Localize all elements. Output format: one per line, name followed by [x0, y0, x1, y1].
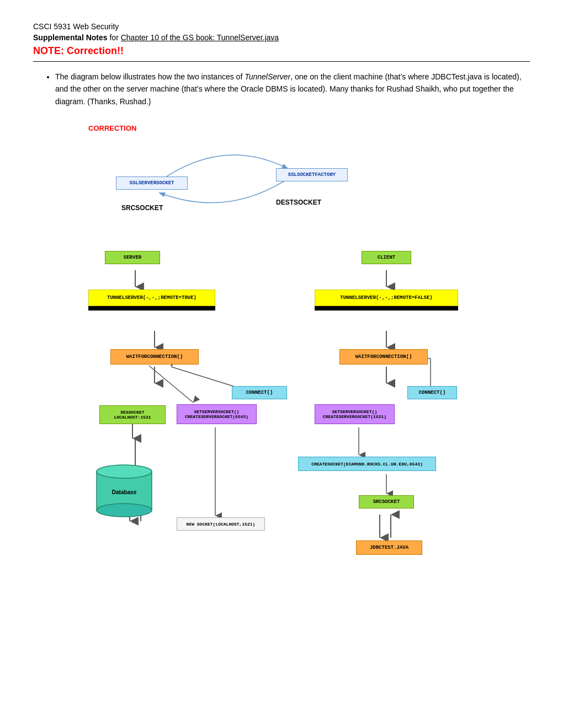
course-title: CSCI 5931 Web Security: [33, 22, 530, 31]
divider: [33, 61, 530, 62]
note-correction-header: NOTE: Correction!!: [33, 45, 530, 57]
srcsocket-box: SRCSOCKET: [359, 495, 414, 508]
tunnelserver-left-bar: [88, 306, 215, 311]
server-box: SERVER: [105, 251, 160, 264]
jdbctest-box: JDBCTEST.JAVA: [356, 540, 422, 555]
correction-label: CORRECTION: [88, 124, 136, 132]
main-diagram: SERVER CLIENT TUNNELSERVER(-,-,;REMOTE=T…: [44, 245, 519, 698]
supp-notes-label: Supplemental Notes: [33, 33, 108, 42]
sslsocketfactory-box: SSLSOCKETFACTORY: [276, 168, 348, 181]
dessocket-box: DESSOCKET LOCALHOST:1521: [99, 405, 166, 424]
connect-right-box: CONNECT(): [407, 386, 457, 399]
waitforconn-right-box: WAITFORCONNECTION(): [339, 349, 428, 365]
bullet-text-1: The diagram below illustrates how the tw…: [55, 72, 245, 81]
connect-mid-box: CONNECT(): [232, 386, 287, 399]
waitforconn-left-box: WAITFORCONNECTION(): [110, 349, 199, 365]
diagram-container: CORRECTION SSLSERVERSOCKET SSLSOCKETFACT…: [44, 119, 519, 698]
tunnelserver-right-bar: [315, 306, 458, 311]
tunnelserver-left-box: TUNNELSERVER(-,-,;REMOTE=TRUE): [88, 290, 215, 306]
bullet-item: The diagram below illustrates how the tw…: [55, 71, 530, 108]
database-label: Database: [91, 489, 157, 495]
svg-point-20: [97, 465, 152, 478]
database-cylinder: Database: [91, 461, 157, 523]
supp-notes-link[interactable]: Chapter 10 of the GS book: TunnelServer.…: [121, 33, 279, 42]
getserversocket-left-box: GETSERVERSOCKET() CREATESERVERSOCKET(654…: [177, 404, 257, 424]
new-socket-box: NEW SOCKET(LOCALHOST,1521): [177, 517, 265, 531]
getserversocket-right-box: GETSERVERSOCKET() CREATESERVERSOCKET(152…: [315, 404, 395, 424]
tunnelserver-right-box: TUNNELSERVER(-,-,;REMOTE=FALSE): [315, 290, 458, 306]
destsocket-label: DESTSOCKET: [276, 199, 321, 206]
srcsocket-label: SRCSOCKET: [121, 204, 163, 212]
createsocket-box: CREATESOCKET(DIAMOND.ROCKS.CL.UH.EDU,654…: [298, 457, 436, 471]
tunnel-server-italic: TunnelServer: [245, 72, 290, 81]
supp-notes-for: for: [109, 33, 120, 42]
svg-line-18: [149, 366, 193, 403]
svg-point-21: [97, 504, 152, 517]
top-diagram: CORRECTION SSLSERVERSOCKET SSLSOCKETFACT…: [44, 119, 519, 229]
client-box: CLIENT: [362, 251, 411, 264]
sslserversocket-box: SSLSERVERSOCKET: [116, 176, 188, 190]
